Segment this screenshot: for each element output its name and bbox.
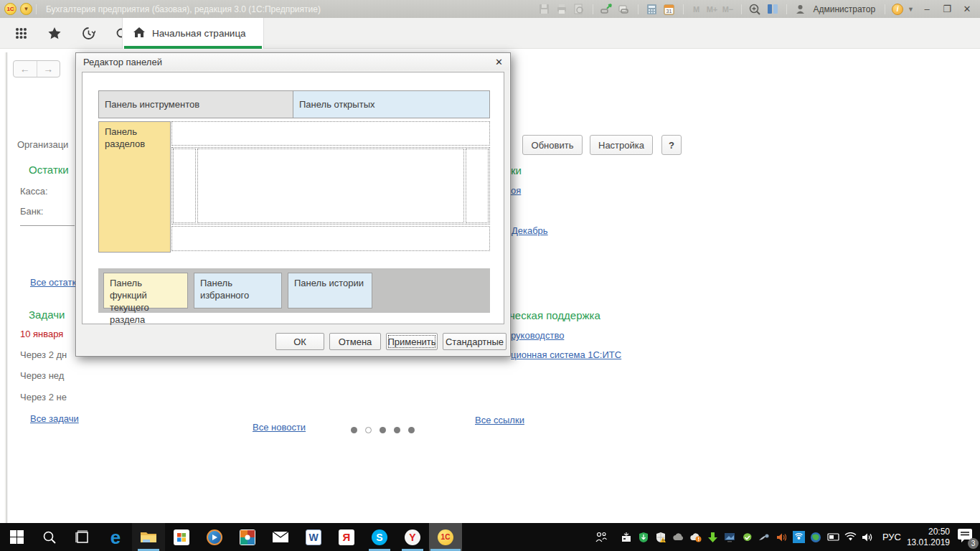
onec-app-icon[interactable]: 1С [429, 523, 462, 551]
dialog-titlebar[interactable]: Редактор панелей ✕ [77, 54, 509, 70]
news-dot[interactable] [394, 427, 400, 433]
tray-antivirus-shield-icon[interactable] [638, 531, 650, 543]
task-date[interactable]: 10 января [20, 329, 63, 339]
taskbar-search-icon[interactable] [33, 523, 66, 551]
empty-slot-right[interactable] [466, 149, 489, 223]
forward-button[interactable]: → [37, 61, 60, 77]
empty-slot-middle[interactable] [171, 147, 490, 225]
start-button[interactable] [0, 523, 33, 551]
standard-button[interactable]: Стандартные [443, 333, 507, 350]
wifi-icon[interactable] [844, 531, 857, 543]
news-link-fragment[interactable]: оя [511, 185, 521, 196]
tray-device-icon[interactable] [621, 531, 633, 543]
panel-history-item[interactable]: Панель истории [288, 273, 372, 309]
support-link-its[interactable]: ционная система 1С:ИТС [511, 349, 621, 360]
news-dot[interactable] [351, 427, 357, 433]
history-icon[interactable] [75, 23, 102, 44]
battery-icon[interactable] [827, 531, 839, 543]
back-button[interactable]: ← [14, 61, 37, 77]
history-nav-buttons[interactable]: ← → [13, 60, 60, 77]
tray-agent-ok-icon[interactable] [741, 531, 753, 543]
people-icon[interactable] [595, 531, 607, 543]
go-to-link-icon[interactable] [617, 3, 631, 16]
cancel-button[interactable]: Отмена [329, 333, 381, 350]
task-view-icon[interactable] [66, 523, 99, 551]
news-dot[interactable] [365, 427, 372, 433]
panel-toolbar-item[interactable]: Панель инструментов [98, 90, 293, 118]
ok-button[interactable]: ОК [275, 333, 324, 350]
empty-slot-top[interactable] [171, 121, 490, 146]
get-link-icon[interactable] [600, 3, 614, 16]
close-button[interactable]: ✕ [958, 4, 976, 14]
mail-icon[interactable] [264, 523, 297, 551]
empty-slot-left[interactable] [173, 149, 196, 223]
divider [593, 4, 593, 14]
calendar-icon[interactable]: 31 [662, 3, 677, 16]
tray-speaker-app-icon[interactable] [776, 531, 788, 543]
tray-globe-icon[interactable] [810, 531, 822, 543]
split-window-icon[interactable] [765, 3, 780, 16]
tray-download-icon[interactable] [707, 531, 719, 543]
tray-display-icon[interactable] [724, 531, 736, 543]
memory-m-plus-button[interactable]: M+ [706, 5, 719, 14]
panel-open-item[interactable]: Панель открытых [293, 90, 490, 118]
print-icon[interactable] [555, 3, 569, 16]
yandex-browser-icon[interactable]: Y [396, 523, 429, 551]
empty-slot-bottom[interactable] [171, 226, 490, 251]
refresh-button[interactable]: Обновить [522, 135, 583, 155]
media-player-icon[interactable] [198, 523, 231, 551]
skype-icon[interactable]: S [363, 523, 396, 551]
apply-button[interactable]: Применить [386, 333, 438, 350]
all-balances-link[interactable]: Все остатк [30, 277, 75, 288]
info-icon[interactable]: i [892, 4, 903, 15]
settings-button[interactable]: Настройка [590, 135, 653, 155]
empty-slot-center[interactable] [197, 149, 464, 223]
news-dot[interactable] [408, 427, 415, 433]
panel-favorites-item[interactable]: Панель избранного [194, 273, 282, 309]
zoom-icon[interactable] [748, 3, 763, 16]
all-news-link[interactable]: Все новости [253, 422, 306, 433]
all-functions-grid-icon[interactable] [7, 23, 34, 44]
action-center-icon[interactable]: 3 [957, 528, 976, 547]
store-icon[interactable] [165, 523, 198, 551]
all-tasks-link[interactable]: Все задачи [30, 413, 79, 424]
chevron-down-icon[interactable]: ▼ [908, 6, 914, 13]
print-preview-icon[interactable] [572, 3, 586, 16]
memory-m-minus-button[interactable]: M− [722, 5, 735, 14]
memory-m-button[interactable]: M [690, 5, 703, 14]
calculator-icon[interactable] [645, 3, 659, 16]
restore-button[interactable]: ❐ [938, 4, 956, 14]
task-item[interactable]: Через 2 не [20, 392, 75, 402]
help-button[interactable]: ? [661, 135, 682, 155]
word-icon[interactable]: W [297, 523, 330, 551]
edge-icon[interactable]: e [99, 523, 132, 551]
main-menu-button[interactable]: ▼ [20, 3, 32, 15]
news-link-december[interactable]: - Декабрь [506, 225, 548, 236]
tray-intel-wifi-icon[interactable] [793, 531, 805, 543]
current-user[interactable]: Администратор [814, 4, 876, 14]
home-icon [133, 27, 146, 40]
tray-onedrive-icon[interactable] [672, 531, 684, 543]
save-icon[interactable] [537, 3, 552, 16]
task-item[interactable]: Через нед [20, 370, 75, 381]
news-pager-dots[interactable] [351, 427, 415, 433]
clock[interactable]: 20:50 13.01.2019 [907, 527, 950, 548]
task-item[interactable]: Через 2 дн [20, 349, 75, 360]
news-dot[interactable] [380, 427, 386, 433]
dialog-close-icon[interactable]: ✕ [495, 57, 503, 67]
file-explorer-icon[interactable] [132, 523, 165, 551]
support-link-guide[interactable]: руководство [511, 330, 564, 341]
volume-icon[interactable] [862, 531, 874, 543]
panel-functions-item[interactable]: Панель функций текущего раздела [103, 273, 188, 309]
language-indicator[interactable]: РУС [882, 532, 901, 542]
tray-comet-icon[interactable] [758, 531, 771, 543]
photos-icon[interactable] [231, 523, 264, 551]
minimize-button[interactable]: – [918, 4, 936, 14]
yandex-icon[interactable]: Я [330, 523, 363, 551]
favorites-star-icon[interactable] [41, 23, 68, 44]
tab-home[interactable]: Начальная страница [122, 18, 264, 49]
tray-sync-alert-icon[interactable] [689, 531, 702, 543]
panel-sections-item[interactable]: Панель разделов [98, 121, 171, 253]
tray-defender-warning-icon[interactable] [655, 531, 667, 543]
all-links-link[interactable]: Все ссылки [475, 415, 524, 425]
